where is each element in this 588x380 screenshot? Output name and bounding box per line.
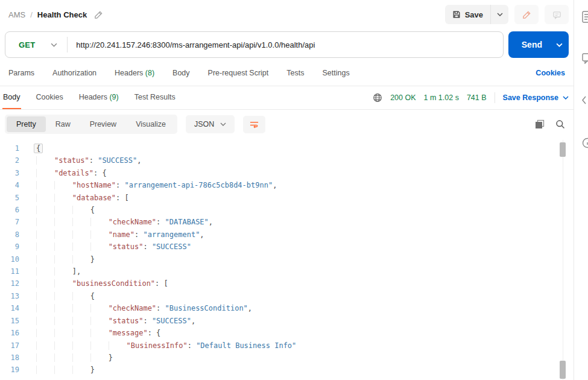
indent-guide — [36, 230, 54, 239]
headers-count: (8) — [145, 69, 154, 77]
code-line: 1{ — [0, 142, 574, 154]
line-number: 10 — [0, 253, 27, 265]
globe-icon[interactable] — [373, 93, 382, 103]
request-title[interactable]: Health Check — [37, 10, 87, 19]
send-button-group: Send — [508, 31, 569, 58]
token-punc: : — [89, 156, 98, 165]
token-punc: , — [200, 230, 204, 239]
indent-guide — [36, 317, 54, 325]
save-options-chevron[interactable] — [490, 5, 508, 24]
indent-guide — [90, 341, 109, 350]
meta-divider — [495, 92, 495, 103]
code-scrollbar-thumb[interactable] — [560, 142, 566, 157]
rename-pencil-icon[interactable] — [94, 10, 103, 19]
save-response-button[interactable]: Save Response — [503, 93, 569, 102]
postman-app: AMS / Health Check Save — [0, 0, 588, 380]
line-content: { — [27, 204, 95, 216]
comment-icon[interactable] — [545, 5, 569, 24]
indent-guide — [54, 279, 72, 288]
code-line: 16 "message": { — [0, 327, 574, 339]
response-tab-test-results[interactable]: Test Results — [134, 86, 176, 109]
token-key: "checkName" — [109, 218, 156, 226]
response-bar: Body Cookies Headers (9) Test Results 20… — [0, 86, 574, 110]
response-tab-cookies[interactable]: Cookies — [36, 86, 64, 109]
indent-guide — [36, 156, 54, 165]
indent-guide — [54, 366, 72, 374]
line-number: 18 — [0, 352, 27, 364]
view-pretty[interactable]: Pretty — [7, 116, 46, 132]
line-content: "BusinessInfo": "Default Business Info" — [27, 340, 296, 352]
response-size[interactable]: 741 B — [467, 93, 487, 102]
token-punc: , — [273, 181, 277, 189]
line-content: "businessCondition": [ — [27, 277, 168, 290]
token-punc: : — [134, 230, 143, 239]
token-punc: : { — [148, 329, 161, 337]
token-str: "DATABASE" — [165, 218, 209, 226]
copy-icon[interactable] — [535, 119, 545, 129]
indent-guide — [36, 279, 54, 288]
tab-params[interactable]: Params — [8, 69, 34, 77]
indent-guide — [36, 267, 54, 276]
token-punc: : { — [93, 169, 107, 177]
indent-guide — [54, 194, 72, 202]
response-time[interactable]: 1 m 1.02 s — [424, 93, 459, 102]
response-tab-headers[interactable]: Headers (9) — [78, 86, 119, 109]
line-content: "status": "SUCCESS", — [27, 315, 195, 327]
send-options-chevron[interactable] — [549, 31, 569, 58]
method-selector[interactable]: GET — [5, 40, 67, 49]
indent-guide — [36, 194, 54, 202]
tab-tests[interactable]: Tests — [286, 69, 304, 77]
token-punc: : — [143, 317, 151, 325]
request-header: AMS / Health Check Save — [0, 0, 574, 29]
save-button[interactable]: Save — [445, 5, 490, 24]
line-number: 16 — [0, 327, 27, 339]
comments-icon[interactable] — [582, 53, 588, 64]
view-visualize[interactable]: Visualize — [126, 116, 175, 132]
url-input[interactable] — [68, 40, 502, 49]
token-key: "businessCondition" — [72, 279, 155, 288]
tab-authorization[interactable]: Authorization — [52, 69, 96, 77]
token-punc: : — [188, 341, 196, 350]
token-key: "checkName" — [109, 304, 156, 312]
documentation-icon[interactable] — [582, 11, 588, 23]
url-container: GET — [5, 31, 504, 58]
token-str: "SUCCESS" — [98, 156, 137, 165]
pane-scrollbar-thumb[interactable] — [560, 361, 566, 379]
view-raw[interactable]: Raw — [46, 116, 80, 132]
token-str: "SUCCESS" — [152, 242, 191, 251]
search-icon[interactable] — [555, 119, 565, 129]
code-lines: 1{2 "status": "SUCCESS",3 "details": {4 … — [0, 142, 574, 376]
token-punc: , — [191, 317, 195, 325]
breadcrumb-collection[interactable]: AMS — [8, 10, 25, 19]
cookies-link[interactable]: Cookies — [536, 69, 565, 77]
tab-pre-request-script[interactable]: Pre-request Script — [208, 69, 269, 77]
line-number: 14 — [0, 302, 27, 314]
line-number: 13 — [0, 290, 27, 302]
line-number: 12 — [0, 277, 27, 290]
indent-guide — [36, 181, 54, 189]
token-punc: , — [209, 218, 213, 226]
line-content: "name": "arrangement", — [27, 229, 204, 241]
tab-body[interactable]: Body — [172, 69, 190, 77]
edit-pencil-icon[interactable] — [514, 5, 539, 24]
view-preview[interactable]: Preview — [80, 116, 126, 132]
tab-settings[interactable]: Settings — [322, 69, 349, 77]
info-icon[interactable] — [582, 138, 588, 148]
method-label: GET — [19, 40, 35, 49]
main-pane: AMS / Health Check Save — [0, 0, 574, 380]
status-badge[interactable]: 200 OK — [390, 93, 416, 102]
code-snippet-icon[interactable] — [582, 95, 588, 105]
token-punc: } — [109, 353, 113, 362]
format-dropdown[interactable]: JSON — [186, 115, 235, 133]
send-button[interactable]: Send — [508, 31, 549, 58]
indent-guide — [54, 206, 72, 214]
response-tab-body[interactable]: Body — [2, 86, 21, 109]
save-button-label: Save — [465, 10, 483, 19]
indent-guide — [72, 304, 90, 312]
code-line: 17 "BusinessInfo": "Default Business Inf… — [0, 340, 574, 352]
indent-guide — [54, 267, 72, 276]
tab-headers[interactable]: Headers (8) — [115, 69, 154, 77]
wrap-text-button[interactable] — [243, 116, 265, 133]
indent-guide — [36, 341, 54, 350]
save-button-group: Save — [445, 5, 508, 24]
